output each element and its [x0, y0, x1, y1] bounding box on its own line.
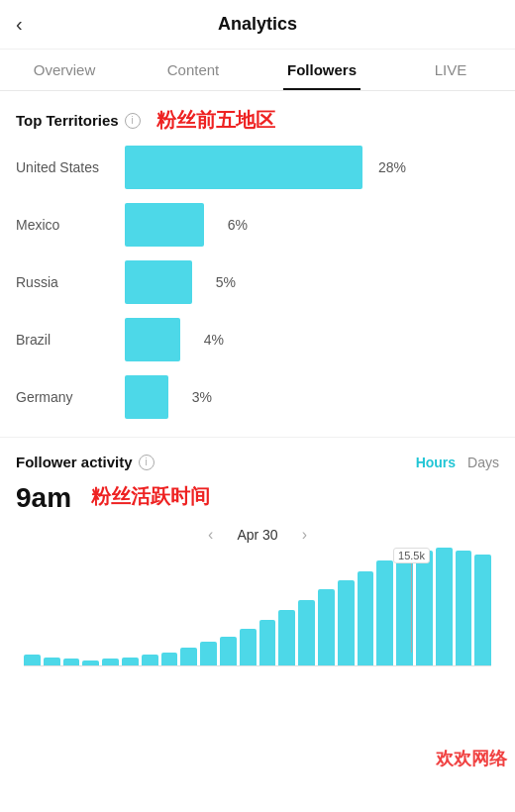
bar-container: 28% — [125, 146, 499, 189]
territory-row: Germany 3% — [16, 373, 499, 421]
hours-button[interactable]: Hours — [416, 455, 456, 470]
territory-name: Brazil — [16, 332, 125, 348]
bar-container: 6% — [125, 203, 499, 247]
chart-bar — [456, 551, 472, 665]
bar-container: 3% — [125, 375, 499, 419]
bar — [125, 318, 180, 361]
chart-bar — [338, 580, 355, 665]
territory-row: Mexico 6% — [16, 201, 499, 249]
bar — [125, 375, 168, 419]
watermark: 欢欢网络 — [428, 745, 515, 772]
territory-name: United States — [16, 159, 125, 175]
tooltip-line — [411, 563, 412, 653]
red-annotation-activity: 粉丝活跃时间 — [91, 483, 210, 510]
chart-bar — [24, 655, 41, 665]
chart-bar — [82, 660, 99, 665]
activity-left: Follower activity i — [16, 454, 154, 470]
chart-bar — [102, 659, 119, 665]
bar-pct: 6% — [212, 217, 248, 233]
territory-name: Mexico — [16, 217, 125, 233]
bar-container: 5% — [125, 260, 499, 304]
back-button[interactable]: ‹ — [16, 13, 23, 36]
chart-bar — [161, 653, 178, 665]
territory-name: Germany — [16, 389, 125, 405]
top-territories-section: Top Territories i 粉丝前五地区 United States 2… — [0, 91, 515, 421]
chart-bar — [376, 560, 393, 665]
chart-bar — [220, 637, 237, 665]
bar-pct: 4% — [188, 332, 224, 348]
territory-name: Russia — [16, 274, 125, 290]
time-toggle: Hours Days — [416, 455, 499, 470]
red-annotation-territories: 粉丝前五地区 — [156, 107, 275, 134]
chart-bar — [63, 659, 80, 665]
territory-row: Russia 5% — [16, 258, 499, 306]
header-title: Analytics — [218, 14, 297, 35]
tooltip-value: 15.5k — [393, 548, 430, 563]
bar-pct: 28% — [370, 159, 406, 175]
days-button[interactable]: Days — [467, 455, 499, 470]
territory-list: United States 28% Mexico 6% Russia 5% Br… — [16, 144, 499, 421]
tab-bar: Overview Content Followers LIVE — [0, 50, 515, 91]
time-row: 9am 粉丝活跃时间 — [16, 474, 499, 518]
info-icon-activity[interactable]: i — [139, 455, 154, 470]
chart-bar — [180, 648, 197, 666]
chart-bar — [436, 548, 453, 665]
tab-content[interactable]: Content — [129, 50, 258, 90]
bar — [125, 203, 204, 247]
bar-pct: 3% — [176, 389, 212, 405]
activity-title: Follower activity — [16, 454, 133, 470]
current-time: 9am — [16, 482, 71, 514]
chart-area: 15.5k — [16, 548, 499, 676]
chart-bar — [240, 629, 257, 665]
follower-activity-section: Follower activity i Hours Days 9am 粉丝活跃时… — [0, 438, 515, 676]
next-date-button[interactable]: › — [302, 526, 307, 544]
tab-overview[interactable]: Overview — [0, 50, 129, 90]
territory-row: United States 28% — [16, 144, 499, 191]
chart-bar — [122, 658, 139, 665]
activity-header: Follower activity i Hours Days — [16, 454, 499, 470]
chart-bar — [44, 658, 60, 665]
chart-bar — [474, 555, 491, 665]
chart-nav: ‹ Apr 30 › — [16, 526, 499, 544]
chart-bar — [142, 655, 158, 665]
chart-tooltip: 15.5k — [393, 548, 430, 653]
chart-bar — [259, 620, 276, 665]
tab-live[interactable]: LIVE — [386, 50, 515, 90]
territory-row: Brazil 4% — [16, 316, 499, 363]
chart-bar — [200, 642, 217, 665]
chart-bar — [318, 589, 335, 665]
chart-bar — [358, 571, 374, 665]
tab-followers[interactable]: Followers — [258, 50, 386, 90]
section-title: Top Territories — [16, 112, 119, 129]
prev-date-button[interactable]: ‹ — [208, 526, 213, 544]
header: ‹ Analytics — [0, 0, 515, 50]
section-header: Top Territories i 粉丝前五地区 — [16, 107, 499, 134]
bar-pct: 5% — [200, 274, 236, 290]
bar — [125, 146, 362, 189]
bar — [125, 260, 192, 304]
chart-date: Apr 30 — [237, 527, 277, 543]
info-icon[interactable]: i — [125, 113, 141, 129]
chart-bar — [278, 610, 295, 665]
chart-bar — [298, 600, 315, 665]
bar-container: 4% — [125, 318, 499, 361]
